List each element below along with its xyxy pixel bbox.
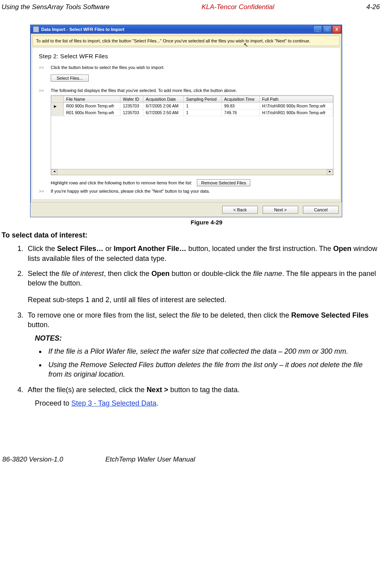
nav-row: < Back Next > Cancel — [30, 202, 342, 217]
cell: 1235703 — [120, 103, 143, 109]
step-title: Step 2: Select WFR Files — [39, 53, 333, 59]
col-acqtime[interactable]: Acquisition Time — [222, 96, 260, 103]
col-acqdate[interactable]: Acquisition Date — [143, 96, 184, 103]
chevron-icon: >> — [39, 65, 51, 70]
page-header: Using the SensArray Tools Software KLA-T… — [0, 0, 383, 13]
grid-header-row: File Name Wafer ID Acquisition Date Samp… — [51, 96, 333, 103]
grid-scrollbar[interactable]: ◄ ► — [51, 169, 333, 175]
remove-row: Highlight rows and click the following b… — [51, 179, 333, 186]
document-body: To select data of interest: Click the Se… — [0, 230, 383, 408]
cell: R00 900s Room Temp.wfr — [64, 103, 120, 109]
app-icon — [33, 26, 39, 33]
info-bar: To add to the list of files to import, c… — [32, 36, 340, 46]
sub-text: Proceed to Step 3 - Tag Selected Data. — [35, 398, 381, 408]
col-fullpath[interactable]: Full Path — [259, 96, 333, 103]
col-filename[interactable]: File Name — [64, 96, 120, 103]
file-grid[interactable]: File Name Wafer ID Acquisition Date Samp… — [51, 95, 333, 175]
list-item: Click the Select Files… or Import Anothe… — [25, 244, 381, 263]
header-mid: KLA-Tencor Confidential — [202, 3, 274, 11]
dialog-window: Data Import - Select WFR Files to Import… — [30, 25, 342, 217]
list-item: Select the file of interest, then click … — [25, 269, 381, 305]
titlebar: Data Import - Select WFR Files to Import… — [30, 25, 342, 34]
scroll-left-icon[interactable]: ◄ — [51, 169, 57, 175]
cell: 1235703 — [120, 109, 143, 116]
cell: H:\Trish\R01 900s Room Temp.wfr — [259, 109, 333, 116]
select-files-button[interactable]: Select Files... — [51, 75, 89, 82]
note-item: Using the Remove Selected Files button d… — [46, 360, 377, 379]
instruction-3-text: If you're happy with your selections, pl… — [51, 189, 210, 193]
section-heading: To select data of interest: — [2, 230, 381, 240]
screenshot-figure: Data Import - Select WFR Files to Import… — [30, 25, 383, 226]
info-text: To add to the list of files to import, c… — [36, 38, 311, 43]
cell: R01 900s Room Temp.wfr — [64, 109, 120, 116]
minimize-icon[interactable]: _ — [313, 25, 322, 33]
figure-caption: Figure 4-29 — [30, 219, 383, 226]
chevron-icon: >> — [39, 88, 51, 93]
cell: 99.83 — [222, 103, 260, 109]
notes-heading: NOTES: — [35, 333, 381, 343]
chevron-icon: >> — [39, 189, 51, 193]
col-sampling[interactable]: Sampling Period — [183, 96, 221, 103]
table-row[interactable]: ▶ R00 900s Room Temp.wfr 1235703 6/7/200… — [51, 103, 333, 109]
next-button[interactable]: Next > — [263, 206, 298, 214]
dialog-content: Step 2: Select WFR Files >> Click the bu… — [32, 48, 340, 199]
cell: 1 — [183, 109, 221, 116]
cursor-icon: ↖ — [244, 42, 248, 48]
step3-link[interactable]: Step 3 - Tag Selected Data — [71, 399, 156, 407]
cell: 6/7/2005 2:50 AM — [143, 109, 184, 116]
cell: H:\Trish\R00 900s Room Temp.wfr — [259, 103, 333, 109]
window-title: Data Import - Select WFR Files to Import — [41, 27, 124, 32]
remove-label: Highlight rows and click the following b… — [51, 180, 192, 185]
cancel-button[interactable]: Cancel — [303, 206, 339, 214]
close-icon[interactable]: X — [332, 25, 341, 33]
table-row[interactable]: R01 900s Room Temp.wfr 1235703 6/7/2005 … — [51, 109, 333, 116]
instruction-1-text: Click the button below to select the fil… — [51, 65, 164, 70]
footer-mid: EtchTemp Wafer User Manual — [105, 456, 195, 464]
header-left: Using the SensArray Tools Software — [2, 3, 109, 11]
instruction-2-text: The following list displays the files th… — [51, 88, 237, 93]
instruction-2: >> The following list displays the files… — [39, 88, 333, 93]
scroll-right-icon[interactable]: ► — [327, 169, 333, 175]
remove-selected-button[interactable]: Remove Selected Files — [197, 179, 250, 186]
col-waferid[interactable]: Wafer ID — [120, 96, 143, 103]
instruction-1: >> Click the button below to select the … — [39, 65, 333, 70]
back-button[interactable]: < Back — [222, 206, 258, 214]
page-footer: 86-3820 Version-1.0 EtchTemp Wafer User … — [0, 456, 383, 467]
cell: 749.76 — [222, 109, 260, 116]
list-item: To remove one or more files from the lis… — [25, 310, 381, 379]
instruction-3: >> If you're happy with your selections,… — [39, 189, 333, 193]
row-marker-icon: ▶ — [54, 104, 57, 108]
cell: 1 — [183, 103, 221, 109]
footer-left: 86-3820 Version-1.0 — [2, 456, 105, 464]
note-item: If the file is a Pilot Wafer file, selec… — [46, 347, 377, 356]
cell: 6/7/2005 2:06 AM — [143, 103, 184, 109]
header-right: 4-26 — [366, 3, 380, 11]
list-item: After the file(s) are selected, click th… — [25, 385, 381, 408]
maximize-icon[interactable]: □ — [323, 25, 332, 33]
sub-text: Repeat sub-steps 1 and 2, until all file… — [28, 295, 381, 305]
